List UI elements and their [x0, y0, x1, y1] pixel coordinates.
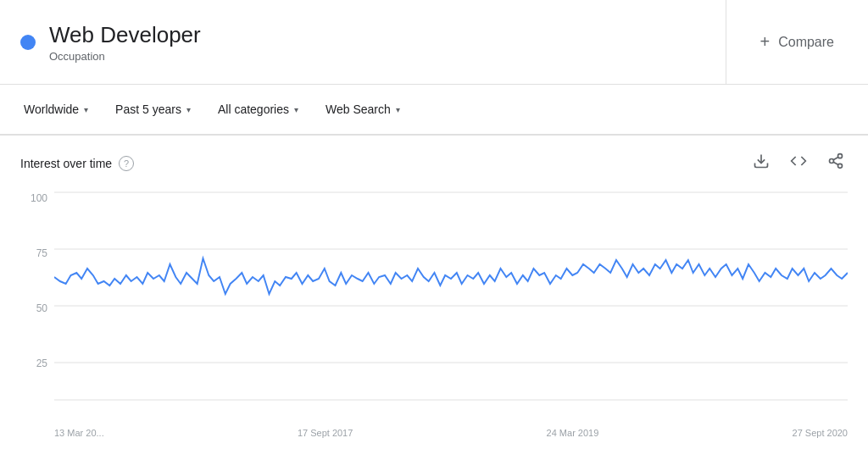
x-label-3: 24 Mar 2019: [547, 428, 599, 438]
x-axis-labels: 13 Mar 20... 17 Sept 2017 24 Mar 2019 27…: [54, 414, 848, 438]
svg-point-2: [830, 159, 834, 163]
svg-line-4: [833, 162, 838, 164]
term-subtitle: Occupation: [49, 50, 201, 63]
x-label-4: 27 Sept 2020: [793, 428, 848, 438]
header: Web Developer Occupation + Compare: [0, 0, 868, 85]
embed-button[interactable]: [787, 149, 810, 177]
chart-header: Interest over time ?: [20, 149, 848, 177]
download-button[interactable]: [749, 149, 773, 177]
term-info: Web Developer Occupation: [49, 22, 201, 63]
term-section: Web Developer Occupation: [0, 0, 726, 84]
term-dot: [20, 35, 36, 50]
filters-bar: Worldwide ▾ Past 5 years ▾ All categorie…: [0, 85, 868, 136]
x-label-2: 17 Sept 2017: [298, 428, 353, 438]
svg-point-3: [838, 163, 843, 168]
help-icon[interactable]: ?: [119, 156, 134, 171]
region-filter[interactable]: Worldwide ▾: [14, 96, 98, 123]
y-label-100: 100: [20, 192, 54, 204]
chart-svg-area: [54, 184, 848, 413]
type-arrow: ▾: [396, 105, 400, 114]
x-label-1: 13 Mar 20...: [54, 428, 104, 438]
y-axis-labels: 100 75 50 25: [20, 184, 54, 438]
chart-container: 100 75 50 25 13 Mar 20... 17 Sept 2017: [20, 184, 848, 438]
compare-section[interactable]: + Compare: [726, 15, 869, 69]
share-button[interactable]: [824, 149, 848, 177]
category-arrow: ▾: [294, 105, 298, 114]
svg-line-5: [833, 157, 838, 159]
type-label: Web Search: [326, 103, 391, 116]
category-filter[interactable]: All categories ▾: [208, 96, 309, 123]
type-filter[interactable]: Web Search ▾: [315, 96, 410, 123]
term-title: Web Developer: [49, 22, 201, 48]
time-label: Past 5 years: [115, 103, 181, 116]
chart-title: Interest over time: [20, 157, 112, 170]
region-label: Worldwide: [24, 103, 79, 116]
y-label-25: 25: [20, 357, 54, 369]
compare-label: Compare: [778, 35, 834, 50]
chart-title-area: Interest over time ?: [20, 156, 134, 171]
category-label: All categories: [218, 103, 289, 116]
chart-actions: [749, 149, 848, 177]
y-label-75: 75: [20, 247, 54, 259]
y-label-50: 50: [20, 302, 54, 314]
time-arrow: ▾: [186, 105, 191, 114]
chart-section: Interest over time ?: [0, 136, 868, 452]
compare-plus-icon: +: [760, 32, 771, 52]
svg-point-1: [838, 154, 843, 158]
time-filter[interactable]: Past 5 years ▾: [105, 96, 201, 123]
trend-line-chart: [54, 184, 848, 413]
region-arrow: ▾: [84, 105, 88, 114]
